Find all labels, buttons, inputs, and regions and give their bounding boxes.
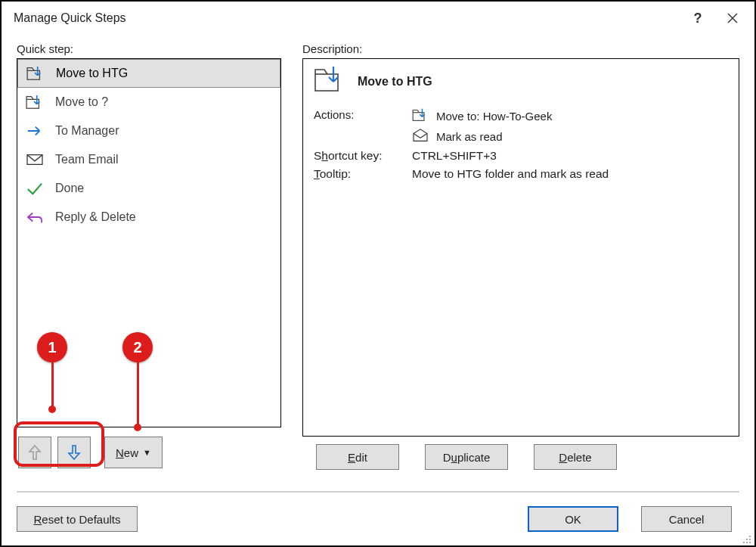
description-panel: Move to HTG Actions: Move to: How-To-Gee… <box>302 58 739 437</box>
delete-button[interactable]: Delete <box>534 444 617 470</box>
cancel-button[interactable]: Cancel <box>641 506 732 532</box>
quick-step-item[interactable]: Done <box>17 174 280 203</box>
reset-to-defaults-button[interactable]: Reset to Defaults <box>17 506 138 532</box>
tooltip-value: Move to HTG folder and mark as read <box>412 167 728 181</box>
reply-icon <box>25 210 45 225</box>
description-label: Description: <box>302 42 739 55</box>
duplicate-button[interactable]: Duplicate <box>425 444 508 470</box>
tooltip-label: Tooltip: <box>314 167 412 181</box>
action-item: Move to: How-To-Geek <box>412 108 728 124</box>
svg-point-7 <box>749 536 751 537</box>
quick-step-item-label: Move to HTG <box>56 67 128 80</box>
edit-button[interactable]: Edit <box>316 444 399 470</box>
arrow-right-icon <box>25 123 45 138</box>
window-title: Manage Quick Steps <box>14 11 680 25</box>
action-text: Move to: How-To-Geek <box>436 110 552 123</box>
quick-step-item-label: Move to ? <box>55 95 108 109</box>
move-down-button[interactable] <box>57 437 91 468</box>
svg-rect-5 <box>315 74 338 91</box>
quick-step-label: Quick step: <box>17 42 281 55</box>
quick-step-item[interactable]: To Manager <box>17 117 280 145</box>
svg-point-9 <box>749 539 751 540</box>
titlebar: Manage Quick Steps ? <box>2 2 754 35</box>
quick-step-item[interactable]: Reply & Delete <box>17 203 280 232</box>
svg-point-10 <box>743 542 745 543</box>
action-item: Mark as read <box>412 129 728 145</box>
action-text: Mark as read <box>436 130 503 143</box>
quick-step-item-label: Done <box>55 182 84 195</box>
move-folder-icon <box>412 108 429 124</box>
help-button[interactable]: ? <box>680 7 715 30</box>
move-folder-icon <box>25 95 45 110</box>
envelope-icon <box>25 152 45 167</box>
arrow-up-icon <box>27 443 42 462</box>
move-folder-icon <box>26 66 45 81</box>
quick-step-item-label: Team Email <box>55 153 119 166</box>
ok-button[interactable]: OK <box>528 506 618 532</box>
quick-step-item-label: To Manager <box>55 124 119 138</box>
arrow-down-icon <box>67 443 82 462</box>
manage-quick-steps-dialog: Manage Quick Steps ? Quick step: Move to… <box>0 0 756 547</box>
svg-point-12 <box>749 542 751 543</box>
quick-step-item[interactable]: Team Email <box>17 145 280 174</box>
check-icon <box>25 181 45 196</box>
quick-step-list[interactable]: Move to HTGMove to ?To ManagerTeam Email… <box>17 58 281 427</box>
detail-name: Move to HTG <box>358 75 432 89</box>
chevron-down-icon: ▼ <box>143 448 151 457</box>
close-button[interactable] <box>715 7 750 30</box>
close-icon <box>727 13 738 23</box>
move-folder-icon <box>314 65 345 98</box>
quick-step-item[interactable]: Move to HTG <box>17 59 280 88</box>
actions-label: Actions: <box>314 108 412 149</box>
shortcut-key-label: Shortcut key: <box>314 149 412 163</box>
move-up-button[interactable] <box>18 437 51 468</box>
resize-grip[interactable] <box>742 533 751 542</box>
svg-point-11 <box>746 542 748 543</box>
envelope-open-icon <box>412 129 429 145</box>
quick-step-item-label: Reply & Delete <box>55 210 136 224</box>
svg-point-8 <box>746 539 748 540</box>
new-button[interactable]: New ▼ <box>104 437 163 468</box>
shortcut-key-value: CTRL+SHIFT+3 <box>412 149 728 163</box>
quick-step-item[interactable]: Move to ? <box>17 88 280 117</box>
